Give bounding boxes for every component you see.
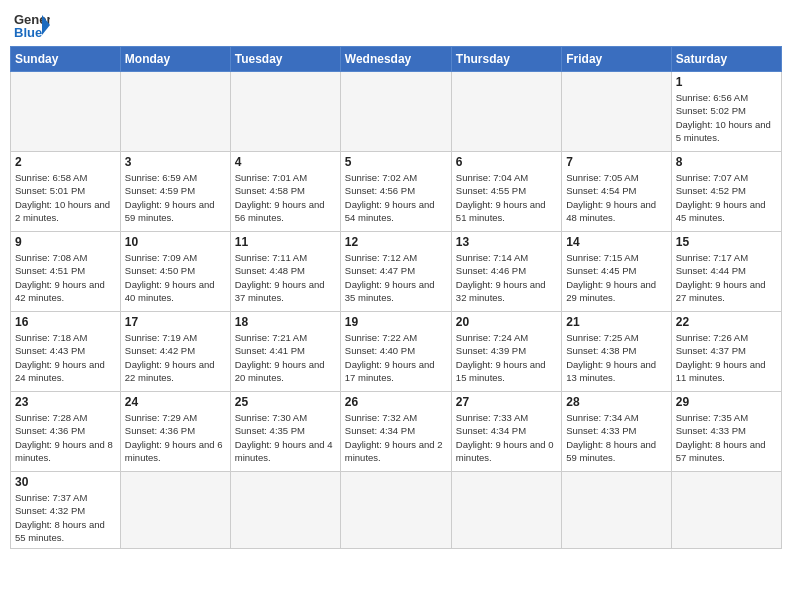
day-number: 14 — [566, 235, 666, 249]
day-info: Sunrise: 7:04 AM Sunset: 4:55 PM Dayligh… — [456, 171, 557, 224]
day-number: 6 — [456, 155, 557, 169]
day-info: Sunrise: 7:11 AM Sunset: 4:48 PM Dayligh… — [235, 251, 336, 304]
calendar-cell: 25Sunrise: 7:30 AM Sunset: 4:35 PM Dayli… — [230, 392, 340, 472]
day-info: Sunrise: 7:08 AM Sunset: 4:51 PM Dayligh… — [15, 251, 116, 304]
weekday-header-wednesday: Wednesday — [340, 47, 451, 72]
day-number: 22 — [676, 315, 777, 329]
calendar-cell: 19Sunrise: 7:22 AM Sunset: 4:40 PM Dayli… — [340, 312, 451, 392]
day-info: Sunrise: 6:56 AM Sunset: 5:02 PM Dayligh… — [676, 91, 777, 144]
day-info: Sunrise: 7:24 AM Sunset: 4:39 PM Dayligh… — [456, 331, 557, 384]
day-info: Sunrise: 7:37 AM Sunset: 4:32 PM Dayligh… — [15, 491, 116, 544]
calendar-cell: 15Sunrise: 7:17 AM Sunset: 4:44 PM Dayli… — [671, 232, 781, 312]
calendar-cell — [562, 72, 671, 152]
day-number: 27 — [456, 395, 557, 409]
day-info: Sunrise: 7:14 AM Sunset: 4:46 PM Dayligh… — [456, 251, 557, 304]
day-number: 25 — [235, 395, 336, 409]
calendar-cell: 8Sunrise: 7:07 AM Sunset: 4:52 PM Daylig… — [671, 152, 781, 232]
calendar-cell: 14Sunrise: 7:15 AM Sunset: 4:45 PM Dayli… — [562, 232, 671, 312]
day-number: 9 — [15, 235, 116, 249]
day-number: 4 — [235, 155, 336, 169]
day-info: Sunrise: 7:09 AM Sunset: 4:50 PM Dayligh… — [125, 251, 226, 304]
day-number: 23 — [15, 395, 116, 409]
calendar-cell: 17Sunrise: 7:19 AM Sunset: 4:42 PM Dayli… — [120, 312, 230, 392]
day-number: 7 — [566, 155, 666, 169]
weekday-header-thursday: Thursday — [451, 47, 561, 72]
weekday-header-tuesday: Tuesday — [230, 47, 340, 72]
weekday-header-saturday: Saturday — [671, 47, 781, 72]
calendar-week-2: 2Sunrise: 6:58 AM Sunset: 5:01 PM Daylig… — [11, 152, 782, 232]
day-number: 3 — [125, 155, 226, 169]
day-number: 15 — [676, 235, 777, 249]
calendar-cell — [230, 472, 340, 549]
calendar-cell — [340, 472, 451, 549]
calendar-cell: 22Sunrise: 7:26 AM Sunset: 4:37 PM Dayli… — [671, 312, 781, 392]
calendar-cell — [120, 72, 230, 152]
calendar-table: SundayMondayTuesdayWednesdayThursdayFrid… — [10, 46, 782, 549]
calendar-week-6: 30Sunrise: 7:37 AM Sunset: 4:32 PM Dayli… — [11, 472, 782, 549]
day-number: 2 — [15, 155, 116, 169]
svg-text:Blue: Blue — [14, 25, 42, 40]
day-number: 16 — [15, 315, 116, 329]
calendar-cell: 7Sunrise: 7:05 AM Sunset: 4:54 PM Daylig… — [562, 152, 671, 232]
calendar-cell: 9Sunrise: 7:08 AM Sunset: 4:51 PM Daylig… — [11, 232, 121, 312]
weekday-header-friday: Friday — [562, 47, 671, 72]
day-info: Sunrise: 7:19 AM Sunset: 4:42 PM Dayligh… — [125, 331, 226, 384]
day-info: Sunrise: 6:58 AM Sunset: 5:01 PM Dayligh… — [15, 171, 116, 224]
day-info: Sunrise: 7:15 AM Sunset: 4:45 PM Dayligh… — [566, 251, 666, 304]
calendar-cell — [11, 72, 121, 152]
day-number: 12 — [345, 235, 447, 249]
calendar-cell: 27Sunrise: 7:33 AM Sunset: 4:34 PM Dayli… — [451, 392, 561, 472]
day-number: 8 — [676, 155, 777, 169]
calendar-cell — [120, 472, 230, 549]
calendar-cell: 18Sunrise: 7:21 AM Sunset: 4:41 PM Dayli… — [230, 312, 340, 392]
day-info: Sunrise: 7:29 AM Sunset: 4:36 PM Dayligh… — [125, 411, 226, 464]
weekday-header-row: SundayMondayTuesdayWednesdayThursdayFrid… — [11, 47, 782, 72]
day-info: Sunrise: 7:22 AM Sunset: 4:40 PM Dayligh… — [345, 331, 447, 384]
day-number: 19 — [345, 315, 447, 329]
calendar-cell: 20Sunrise: 7:24 AM Sunset: 4:39 PM Dayli… — [451, 312, 561, 392]
calendar-cell: 13Sunrise: 7:14 AM Sunset: 4:46 PM Dayli… — [451, 232, 561, 312]
day-number: 21 — [566, 315, 666, 329]
day-info: Sunrise: 7:07 AM Sunset: 4:52 PM Dayligh… — [676, 171, 777, 224]
calendar-cell — [451, 472, 561, 549]
calendar-cell — [451, 72, 561, 152]
day-info: Sunrise: 7:12 AM Sunset: 4:47 PM Dayligh… — [345, 251, 447, 304]
day-number: 10 — [125, 235, 226, 249]
calendar-cell — [562, 472, 671, 549]
calendar-cell: 21Sunrise: 7:25 AM Sunset: 4:38 PM Dayli… — [562, 312, 671, 392]
calendar-cell: 26Sunrise: 7:32 AM Sunset: 4:34 PM Dayli… — [340, 392, 451, 472]
calendar-cell — [671, 472, 781, 549]
weekday-header-sunday: Sunday — [11, 47, 121, 72]
weekday-header-monday: Monday — [120, 47, 230, 72]
day-number: 17 — [125, 315, 226, 329]
page-header: General Blue — [10, 10, 782, 40]
calendar-cell: 29Sunrise: 7:35 AM Sunset: 4:33 PM Dayli… — [671, 392, 781, 472]
day-info: Sunrise: 7:34 AM Sunset: 4:33 PM Dayligh… — [566, 411, 666, 464]
calendar-cell: 2Sunrise: 6:58 AM Sunset: 5:01 PM Daylig… — [11, 152, 121, 232]
day-info: Sunrise: 7:28 AM Sunset: 4:36 PM Dayligh… — [15, 411, 116, 464]
calendar-cell: 30Sunrise: 7:37 AM Sunset: 4:32 PM Dayli… — [11, 472, 121, 549]
general-blue-logo-icon: General Blue — [14, 10, 50, 40]
calendar-cell: 10Sunrise: 7:09 AM Sunset: 4:50 PM Dayli… — [120, 232, 230, 312]
day-number: 28 — [566, 395, 666, 409]
calendar-week-5: 23Sunrise: 7:28 AM Sunset: 4:36 PM Dayli… — [11, 392, 782, 472]
day-info: Sunrise: 7:18 AM Sunset: 4:43 PM Dayligh… — [15, 331, 116, 384]
calendar-cell: 16Sunrise: 7:18 AM Sunset: 4:43 PM Dayli… — [11, 312, 121, 392]
calendar-cell: 5Sunrise: 7:02 AM Sunset: 4:56 PM Daylig… — [340, 152, 451, 232]
day-info: Sunrise: 7:33 AM Sunset: 4:34 PM Dayligh… — [456, 411, 557, 464]
day-info: Sunrise: 7:26 AM Sunset: 4:37 PM Dayligh… — [676, 331, 777, 384]
day-number: 5 — [345, 155, 447, 169]
day-info: Sunrise: 7:21 AM Sunset: 4:41 PM Dayligh… — [235, 331, 336, 384]
day-number: 13 — [456, 235, 557, 249]
day-info: Sunrise: 7:01 AM Sunset: 4:58 PM Dayligh… — [235, 171, 336, 224]
day-info: Sunrise: 7:17 AM Sunset: 4:44 PM Dayligh… — [676, 251, 777, 304]
day-info: Sunrise: 7:25 AM Sunset: 4:38 PM Dayligh… — [566, 331, 666, 384]
day-number: 1 — [676, 75, 777, 89]
day-number: 20 — [456, 315, 557, 329]
day-number: 30 — [15, 475, 116, 489]
day-info: Sunrise: 7:32 AM Sunset: 4:34 PM Dayligh… — [345, 411, 447, 464]
calendar-week-1: 1Sunrise: 6:56 AM Sunset: 5:02 PM Daylig… — [11, 72, 782, 152]
day-number: 29 — [676, 395, 777, 409]
calendar-week-4: 16Sunrise: 7:18 AM Sunset: 4:43 PM Dayli… — [11, 312, 782, 392]
calendar-cell: 1Sunrise: 6:56 AM Sunset: 5:02 PM Daylig… — [671, 72, 781, 152]
